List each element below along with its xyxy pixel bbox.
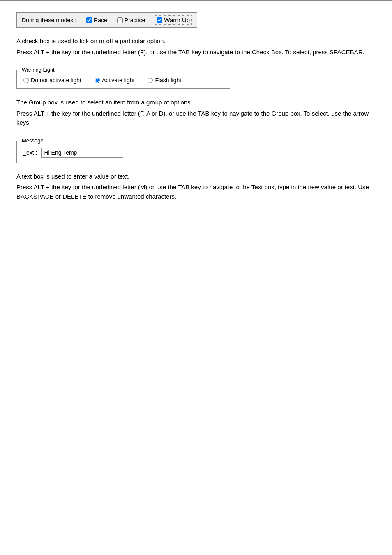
checkbox-description: A check box is used to tick on or off a … (16, 37, 376, 57)
radio-activate-input[interactable] (95, 78, 100, 83)
warmup-checkbox[interactable] (157, 17, 162, 23)
radio-no-activate-label[interactable]: Do not activate light (31, 77, 81, 84)
radio-no-activate-input[interactable] (23, 78, 29, 83)
practice-underline: P (125, 17, 128, 23)
checkbox-desc-line1: A check box is used to tick on or off a … (16, 37, 376, 46)
f2-underline: F (140, 110, 143, 117)
checkbox-desc-line2: Press ALT + the key for the underlined l… (16, 48, 376, 57)
message-legend: Message (20, 137, 45, 144)
modes-row: During these modes : Race Practice Warm … (16, 12, 197, 28)
checkbox-section: During these modes : Race Practice Warm … (16, 12, 376, 57)
fl-underline: F (155, 77, 159, 84)
race-checkbox[interactable] (86, 17, 92, 23)
radio-flash-label[interactable]: Flash light (155, 77, 181, 84)
message-input[interactable] (41, 148, 123, 158)
groupbox-description: The Group box is used to select an item … (16, 98, 376, 128)
t-underline: T (23, 149, 26, 156)
top-divider (0, 0, 392, 1)
warmup-wrapper: Warm Up (155, 15, 192, 25)
warning-light-legend: Warning Light (20, 67, 56, 73)
d-underline: D (31, 77, 35, 84)
warmup-underline: W (164, 16, 170, 23)
groupbox-desc-line2: Press ALT + the key for the underlined l… (16, 109, 376, 128)
radio-flash-input[interactable] (148, 78, 153, 83)
race-label[interactable]: Race (94, 17, 107, 23)
textbox-desc-line1: A text box is used to enter a value or t… (16, 172, 376, 181)
message-section: Message Text : A text box is used to ent… (16, 141, 376, 202)
radio-flash: Flash light (148, 77, 181, 84)
warning-light-groupbox: Warning Light Do not activate light Acti… (16, 70, 230, 89)
practice-checkbox[interactable] (117, 17, 123, 23)
practice-label[interactable]: Practice (125, 17, 145, 23)
modes-label: During these modes : (22, 17, 76, 23)
f-underline: F (140, 49, 144, 56)
practice-checkbox-item: Practice (117, 17, 145, 23)
main-content: During these modes : Race Practice Warm … (0, 8, 392, 231)
message-groupbox: Message Text : (16, 141, 156, 163)
race-underline: R (94, 17, 98, 23)
textbox-description: A text box is used to enter a value or t… (16, 172, 376, 202)
d2-underline: D (159, 110, 164, 117)
radio-no-activate: Do not activate light (23, 77, 81, 84)
warmup-label[interactable]: Warm Up (164, 16, 190, 23)
a-underline: A (102, 77, 106, 84)
radio-activate-label[interactable]: Activate light (102, 77, 134, 84)
radio-activate: Activate light (95, 77, 134, 84)
radio-row: Do not activate light Activate light Fla… (23, 74, 223, 84)
message-row: Text : (23, 144, 149, 158)
m-underline: M (140, 183, 145, 190)
race-checkbox-item: Race (86, 17, 107, 23)
a2-underline: A (146, 110, 150, 117)
groupbox-desc-line1: The Group box is used to select an item … (16, 98, 376, 107)
text-label: Text : (23, 149, 37, 156)
warning-light-section: Warning Light Do not activate light Acti… (16, 70, 376, 128)
textbox-desc-line2: Press ALT + the key for the underlined l… (16, 183, 376, 201)
